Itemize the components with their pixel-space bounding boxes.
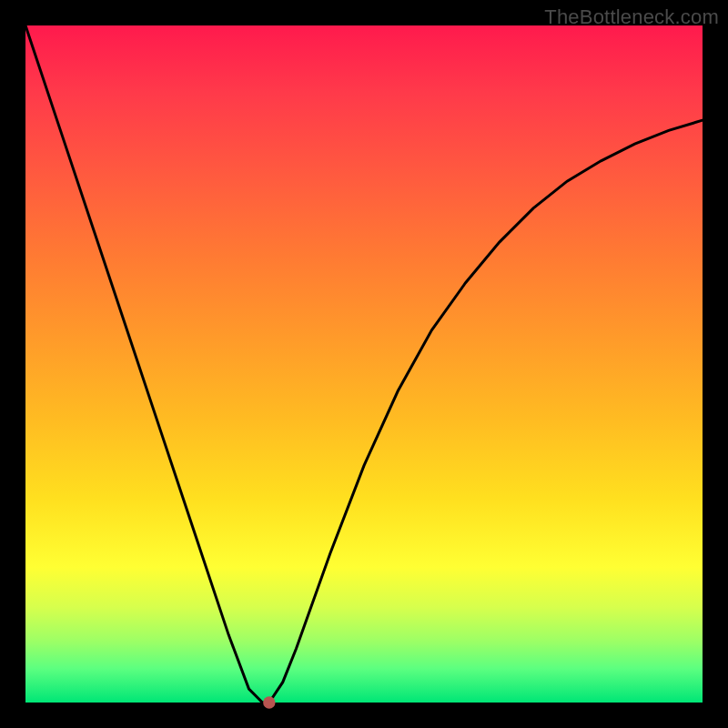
min-marker — [263, 696, 275, 708]
chart-svg — [25, 25, 703, 703]
bottleneck-curve — [25, 25, 703, 703]
chart-frame: TheBottleneck.com — [0, 0, 728, 728]
plot-area — [25, 25, 703, 703]
